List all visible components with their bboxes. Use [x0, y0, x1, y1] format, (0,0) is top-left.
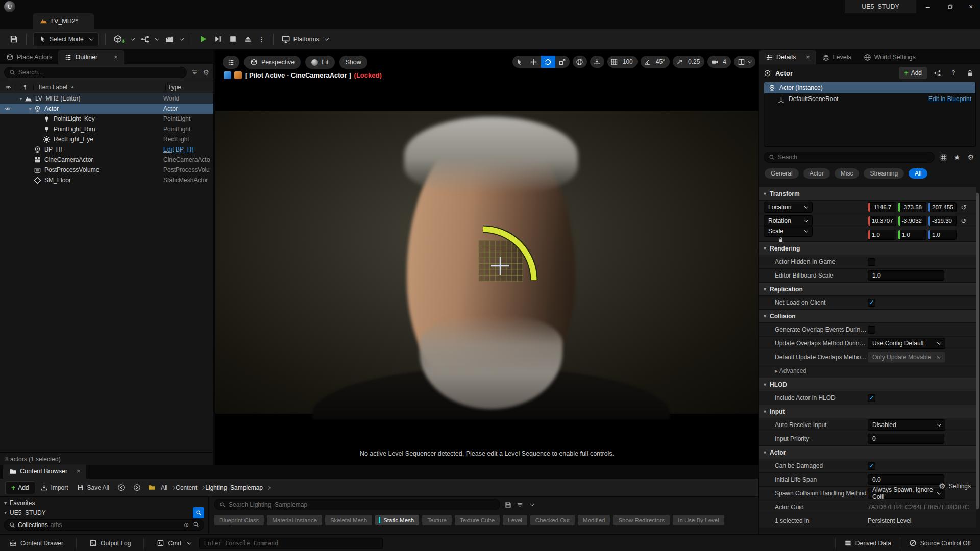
forward-button[interactable] — [130, 482, 144, 493]
rotation-snap-button[interactable] — [641, 56, 655, 68]
add-component-button[interactable]: + Add — [899, 67, 927, 79]
asset-filter-pill[interactable]: Material Instance — [267, 515, 322, 525]
menu-item[interactable] — [111, 5, 122, 9]
value-dropdown[interactable]: Use Config Default — [868, 338, 945, 349]
outliner-row[interactable]: ▾ LV_MH2 (Editor) World — [0, 93, 213, 104]
asset-filter-pill[interactable]: Blueprint Class — [214, 515, 264, 525]
section-header-input[interactable]: ▾Input — [760, 405, 976, 418]
column-item-label[interactable]: Item Label ▲ — [34, 84, 165, 91]
stop-button[interactable] — [226, 33, 240, 45]
breadcrumb-folder[interactable]: Lighting_Samplemap — [204, 484, 264, 491]
menu-item[interactable] — [44, 5, 55, 9]
asset-filter-pill[interactable]: Show Redirectors — [613, 515, 670, 525]
outliner-row[interactable]: PointLight_Key PointLight — [0, 114, 213, 124]
play-options-button[interactable]: ⋮ — [255, 33, 268, 45]
save-all-button[interactable]: Save All — [74, 482, 112, 493]
y-value-field[interactable]: 1.0 — [898, 230, 926, 240]
display-options-button[interactable] — [938, 151, 948, 163]
grid-snap-value[interactable]: 100 — [622, 58, 638, 65]
value-input[interactable]: 1.0 — [868, 270, 944, 281]
back-button[interactable] — [114, 482, 128, 493]
menu-item[interactable] — [55, 5, 66, 9]
cb-add-button[interactable]: + Add — [5, 481, 35, 494]
details-filter-button[interactable]: General — [765, 168, 799, 179]
checkbox[interactable]: ✓ — [868, 462, 875, 470]
tab-world-settings[interactable]: World Settings — [857, 50, 922, 64]
cb-search-input[interactable]: Search Lighting_Samplemap — [214, 499, 500, 510]
chevron-down-icon[interactable] — [748, 59, 752, 63]
lit-dropdown[interactable]: Lit — [305, 56, 334, 69]
menu-item[interactable] — [89, 5, 100, 9]
value-input[interactable]: 0 — [868, 434, 944, 444]
world-space-button[interactable] — [573, 56, 587, 68]
y-value-field[interactable]: -3.9032 — [898, 216, 926, 226]
import-button[interactable]: Import — [37, 482, 71, 493]
asset-filter-pill[interactable]: Texture — [422, 515, 452, 525]
camera-speed-value[interactable]: 4 — [722, 58, 731, 65]
value-input[interactable]: 0.0 — [868, 474, 944, 485]
z-value-field[interactable]: -319.30 — [928, 216, 957, 226]
expander-icon[interactable]: ▾ — [27, 106, 34, 112]
checkbox[interactable]: ✓ — [868, 299, 875, 307]
edit-in-blueprint-link[interactable]: Edit in Blueprint — [928, 95, 971, 103]
asset-filter-pill[interactable]: Texture Cube — [455, 515, 500, 525]
checkbox[interactable] — [868, 326, 875, 334]
menu-item[interactable] — [100, 5, 111, 9]
menu-item[interactable] — [78, 5, 89, 9]
outliner-row[interactable]: BP_HF Edit BP_HF — [0, 144, 213, 155]
menu-item[interactable] — [33, 5, 44, 9]
surface-snap-button[interactable] — [590, 56, 604, 68]
select-mode-dropdown[interactable]: Select Mode — [33, 32, 99, 46]
cb-settings-button[interactable]: ⚙ Settings — [939, 482, 971, 491]
section-header-actor[interactable]: ▾Actor — [760, 445, 976, 459]
value-dropdown[interactable]: Disabled — [868, 419, 945, 431]
tab-outliner[interactable]: Outliner × — [58, 50, 124, 64]
menu-item[interactable] — [66, 5, 78, 9]
skip-button[interactable] — [211, 33, 226, 45]
level-tab[interactable]: LV_MH2* — [33, 13, 94, 29]
tab-content-browser[interactable]: Content Browser × — [3, 464, 86, 479]
outliner-row[interactable]: PostProcessVolume PostProcessVolu — [0, 165, 213, 175]
scale-dropdown[interactable]: Scale — [764, 226, 813, 237]
scale-tool-button[interactable] — [555, 56, 570, 68]
perspective-dropdown[interactable]: Perspective — [244, 56, 301, 69]
outliner-row[interactable]: ▾ Actor Actor — [0, 104, 213, 114]
asset-filter-pill[interactable]: Static Mesh — [375, 515, 419, 525]
asset-filter-pill[interactable]: Level — [503, 515, 527, 525]
console-command-input[interactable]: Enter Console Command — [199, 538, 383, 549]
viewport-layout-button[interactable] — [734, 56, 748, 68]
play-button[interactable] — [196, 33, 211, 45]
show-dropdown[interactable]: Show — [339, 56, 368, 69]
asset-filter-pill[interactable]: Modified — [578, 515, 610, 525]
save-button[interactable] — [6, 33, 21, 46]
column-type[interactable]: Type — [165, 84, 213, 91]
x-value-field[interactable]: 10.3707 — [868, 216, 896, 226]
cmd-dropdown[interactable]: Cmd — [153, 539, 194, 547]
details-settings-button[interactable]: ⚙ — [966, 151, 976, 163]
search-icon[interactable] — [193, 521, 199, 528]
lock-details-button[interactable] — [964, 67, 976, 79]
triangle-right-icon[interactable]: ▸ — [775, 367, 779, 374]
component-row-root[interactable]: Actor (Instance) — [764, 82, 975, 93]
breadcrumb-content[interactable]: Content — [175, 484, 198, 491]
details-filter-button[interactable]: Actor — [803, 168, 830, 179]
content-drawer-button[interactable]: Content Drawer — [5, 539, 67, 547]
details-filter-button[interactable]: Misc — [835, 168, 860, 179]
component-row-child[interactable]: DefaultSceneRoot Edit in Blueprint — [764, 93, 975, 105]
collections-search-input[interactable]: Collections aths ⊕ — [4, 519, 204, 531]
add-collection-icon[interactable]: ⊕ — [184, 521, 189, 529]
asset-filter-pill[interactable]: In Use By Level — [673, 515, 724, 525]
x-value-field[interactable]: -1146.7 — [868, 202, 896, 212]
convert-blueprint-button[interactable] — [931, 67, 943, 79]
z-value-field[interactable]: 207.455 — [928, 202, 957, 212]
outliner-row[interactable]: RectLight_Eye RectLight — [0, 134, 213, 144]
scale-snap-button[interactable] — [673, 56, 687, 68]
rotate-tool-button[interactable] — [541, 56, 555, 68]
section-header-hlod[interactable]: ▾HLOD — [760, 378, 976, 391]
lock-icon[interactable] — [778, 237, 784, 244]
favorites-section[interactable]: ▾ Favorites — [4, 498, 204, 508]
location-dropdown[interactable]: Location — [764, 202, 813, 213]
viewport[interactable]: Perspective Lit Show [ Pilot Active - Ci… — [215, 50, 758, 465]
value-dropdown[interactable]: Always Spawn, Ignore Colli — [868, 488, 945, 499]
help-button[interactable]: ? — [947, 67, 960, 79]
